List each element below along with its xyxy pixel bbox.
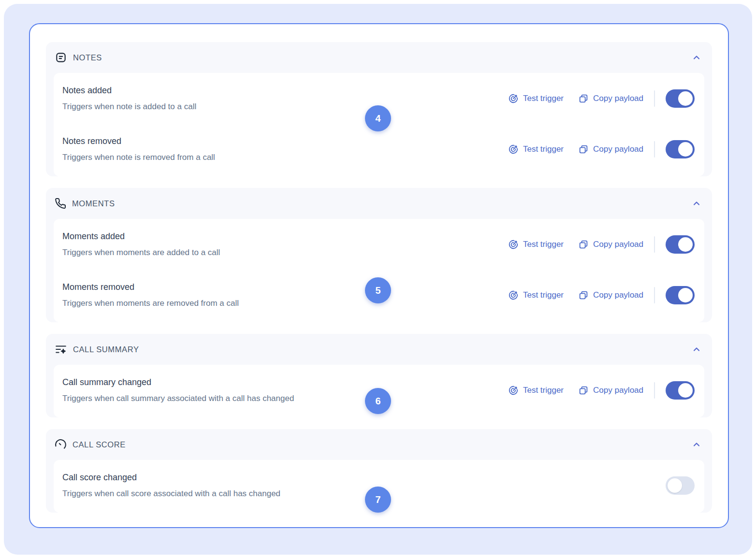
section-moments-rows: Moments added Triggers when moments are … [54, 219, 704, 322]
test-trigger-label: Test trigger [523, 144, 564, 154]
target-arrow-icon [508, 144, 519, 155]
test-trigger-button[interactable]: Test trigger [508, 239, 564, 250]
copy-payload-label: Copy payload [593, 144, 643, 154]
section-title: CALL SUMMARY [73, 345, 139, 354]
copy-payload-button[interactable]: Copy payload [578, 144, 643, 155]
row-text: Moments added Triggers when moments are … [62, 231, 220, 258]
toggle-moments-added[interactable] [666, 235, 695, 254]
row-text: Moments removed Triggers when moments ar… [62, 282, 239, 308]
row-description: Triggers when moments are added to a cal… [62, 247, 220, 258]
test-trigger-label: Test trigger [523, 240, 564, 249]
row-title: Notes removed [62, 136, 215, 146]
gauge-icon [55, 439, 67, 451]
copy-icon [578, 93, 589, 104]
row-description: Triggers when note is removed from a cal… [62, 152, 215, 162]
toggle-notes-added[interactable] [666, 89, 695, 108]
row-title: Notes added [62, 86, 196, 95]
row-description: Triggers when call score associated with… [62, 488, 280, 499]
test-trigger-button[interactable]: Test trigger [508, 144, 564, 155]
table-row: Moments added Triggers when moments are … [54, 220, 704, 271]
section-notes-header: NOTES [46, 42, 712, 73]
copy-payload-label: Copy payload [593, 240, 643, 249]
row-text: Notes added Triggers when note is added … [62, 86, 196, 112]
copy-icon [578, 144, 589, 155]
divider [654, 236, 655, 253]
toggle-knob [678, 288, 693, 302]
toggle-knob [678, 237, 693, 252]
row-description: Triggers when note is added to a call [62, 101, 196, 112]
row-description: Triggers when moments are removed from a… [62, 298, 239, 308]
test-trigger-label: Test trigger [523, 386, 564, 395]
copy-payload-label: Copy payload [593, 94, 643, 103]
copy-icon [578, 385, 589, 396]
annotation-badge-6: 6 [365, 388, 391, 414]
annotation-badge-5: 5 [365, 277, 391, 303]
row-text: Call summary changed Triggers when call … [62, 377, 294, 403]
chevron-up-icon[interactable] [692, 440, 701, 449]
target-arrow-icon [508, 239, 519, 250]
test-trigger-label: Test trigger [523, 290, 564, 300]
annotation-badge-4: 4 [365, 105, 391, 131]
row-controls: Test trigger Copy payload [508, 140, 695, 158]
divider [654, 141, 655, 158]
row-controls: Test trigger Copy payload [508, 89, 695, 108]
note-icon [55, 51, 67, 64]
section-moments-header: MOMENTS [46, 188, 712, 219]
toggle-knob [668, 478, 682, 493]
test-trigger-button[interactable]: Test trigger [508, 290, 564, 301]
annotation-badge-7: 7 [365, 487, 391, 513]
test-trigger-label: Test trigger [523, 94, 564, 103]
copy-payload-label: Copy payload [593, 386, 643, 395]
copy-payload-button[interactable]: Copy payload [578, 385, 643, 396]
section-title: MOMENTS [72, 199, 115, 208]
row-controls: Test trigger Copy payload [508, 381, 695, 400]
row-text: Call score changed Triggers when call sc… [62, 473, 280, 499]
row-text: Notes removed Triggers when note is remo… [62, 136, 215, 162]
target-arrow-icon [508, 93, 519, 104]
row-title: Call score changed [62, 473, 280, 482]
row-controls: Test trigger Copy payload [508, 235, 695, 254]
test-trigger-button[interactable]: Test trigger [508, 385, 564, 396]
row-title: Moments removed [62, 282, 239, 292]
divider [654, 382, 655, 399]
row-controls [666, 476, 695, 495]
row-title: Moments added [62, 231, 220, 241]
toggle-moments-removed[interactable] [666, 286, 695, 304]
section-title: CALL SCORE [73, 440, 126, 449]
row-title: Call summary changed [62, 377, 294, 387]
row-description: Triggers when call summary associated wi… [62, 393, 294, 403]
section-call-summary-header: CALL SUMMARY [46, 334, 712, 365]
toggle-call-score-changed[interactable] [666, 476, 695, 495]
toggle-knob [678, 142, 693, 157]
chevron-up-icon[interactable] [692, 199, 701, 208]
copy-payload-button[interactable]: Copy payload [578, 239, 643, 250]
copy-icon [578, 290, 589, 301]
target-arrow-icon [508, 290, 519, 301]
toggle-call-summary-changed[interactable] [666, 381, 695, 400]
copy-icon [578, 239, 589, 250]
chevron-up-icon[interactable] [692, 344, 701, 354]
summary-sparkle-icon [55, 343, 67, 356]
test-trigger-button[interactable]: Test trigger [508, 93, 564, 104]
toggle-knob [678, 383, 693, 398]
copy-payload-label: Copy payload [593, 290, 643, 300]
row-controls: Test trigger Copy payload [508, 286, 695, 304]
phone-icon [55, 198, 66, 209]
triggers-settings-card: NOTES Notes added Triggers when note is … [29, 23, 729, 528]
toggle-notes-removed[interactable] [666, 140, 695, 158]
divider [654, 90, 655, 107]
table-row: Notes removed Triggers when note is remo… [54, 125, 704, 175]
copy-payload-button[interactable]: Copy payload [578, 93, 643, 104]
section-title: NOTES [73, 53, 102, 62]
section-call-score-header: CALL SCORE [46, 429, 712, 460]
chevron-up-icon[interactable] [692, 53, 701, 62]
copy-payload-button[interactable]: Copy payload [578, 290, 643, 301]
toggle-knob [678, 91, 693, 106]
divider [654, 287, 655, 303]
target-arrow-icon [508, 385, 519, 396]
